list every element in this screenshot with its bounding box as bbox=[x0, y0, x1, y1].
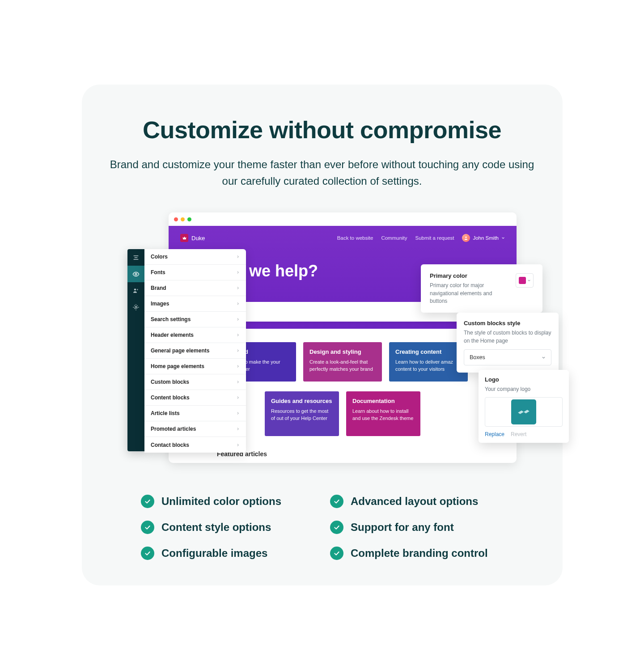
panel-custom-blocks-style: Custom blocks style The style of custom … bbox=[457, 313, 559, 373]
user-menu[interactable]: John Smith bbox=[462, 234, 505, 242]
feature-label: Advanced layout options bbox=[351, 495, 478, 508]
settings-item-article-lists[interactable]: Article lists bbox=[144, 406, 246, 421]
settings-item-brand[interactable]: Brand bbox=[144, 280, 246, 296]
window-minimize-icon[interactable] bbox=[181, 217, 185, 221]
feature-label: Content style options bbox=[161, 521, 271, 534]
settings-item-promoted-articles[interactable]: Promoted articles bbox=[144, 421, 246, 437]
feature-unlimited-colors: Unlimited color options bbox=[141, 495, 314, 508]
feature-label: Complete branding control bbox=[351, 547, 488, 560]
settings-item-content-blocks[interactable]: Content blocks bbox=[144, 390, 246, 406]
svg-point-1 bbox=[135, 273, 137, 275]
settings-item-home-page[interactable]: Home page elements bbox=[144, 359, 246, 374]
block-guides-resources[interactable]: Guides and resources Resources to get th… bbox=[265, 391, 339, 436]
chevron-right-icon bbox=[236, 365, 240, 368]
user-name: John Smith bbox=[473, 235, 499, 241]
logo-actions: Replace Revert bbox=[485, 431, 563, 437]
feature-grid: Unlimited color options Advanced layout … bbox=[141, 495, 503, 560]
settings-item-images[interactable]: Images bbox=[144, 296, 246, 312]
block-title: Design and styling bbox=[309, 348, 376, 355]
nav-back-to-website[interactable]: Back to website bbox=[337, 235, 373, 241]
check-icon bbox=[141, 547, 154, 560]
svg-point-0 bbox=[466, 237, 467, 238]
rail-preview-icon[interactable] bbox=[127, 266, 144, 282]
panel-primary-color: Primary color Primary color for major na… bbox=[421, 264, 542, 312]
settings-label: Home page elements bbox=[151, 363, 204, 369]
chevron-right-icon bbox=[236, 427, 240, 431]
feature-any-font: Support for any font bbox=[330, 521, 503, 534]
rail-roles-icon[interactable] bbox=[127, 282, 144, 299]
logo-preview bbox=[485, 397, 563, 427]
check-icon bbox=[330, 547, 343, 560]
logo-replace-link[interactable]: Replace bbox=[485, 431, 504, 437]
settings-item-contact-blocks[interactable]: Contact blocks bbox=[144, 437, 246, 453]
chevron-right-icon bbox=[236, 286, 240, 290]
rail-settings-icon[interactable] bbox=[127, 299, 144, 315]
settings-label: Custom blocks bbox=[151, 379, 189, 385]
chevron-right-icon bbox=[236, 302, 240, 305]
browser-titlebar bbox=[169, 212, 517, 226]
brand-name: Duke bbox=[191, 235, 205, 242]
nav-community[interactable]: Community bbox=[381, 235, 407, 241]
feature-configurable-images: Configurable images bbox=[141, 547, 314, 560]
block-desc: Learn how to deliver amaz content to you… bbox=[395, 359, 462, 373]
settings-panel: Colors Fonts Brand Images Search setting… bbox=[144, 249, 246, 453]
svg-point-2 bbox=[134, 288, 136, 290]
chevron-right-icon bbox=[236, 349, 240, 352]
settings-label: Colors bbox=[151, 254, 168, 260]
logo-icon bbox=[511, 399, 536, 424]
settings-item-fonts[interactable]: Fonts bbox=[144, 265, 246, 280]
chevron-right-icon bbox=[236, 318, 240, 321]
chevron-down-icon bbox=[542, 356, 546, 360]
panel-desc: Your company logo bbox=[485, 386, 563, 393]
panel-desc: Primary color for major navigational ele… bbox=[430, 282, 509, 305]
settings-item-custom-blocks[interactable]: Custom blocks bbox=[144, 374, 246, 390]
feature-branding-control: Complete branding control bbox=[330, 547, 503, 560]
block-desc: Learn about how to install and use the Z… bbox=[352, 408, 414, 422]
check-icon bbox=[141, 495, 154, 508]
check-icon bbox=[330, 495, 343, 508]
nav-right: Back to website Community Submit a reque… bbox=[337, 234, 505, 242]
block-creating-content[interactable]: Creating content Learn how to deliver am… bbox=[389, 342, 468, 382]
block-title: Creating content bbox=[395, 348, 462, 355]
chevron-right-icon bbox=[236, 271, 240, 274]
panel-label: Primary color bbox=[430, 272, 509, 279]
settings-label: Brand bbox=[151, 285, 166, 291]
settings-item-general-page[interactable]: General page elements bbox=[144, 343, 246, 359]
panel-desc: The style of custom blocks to display on… bbox=[464, 329, 551, 345]
hero-title: Customize without compromise bbox=[109, 116, 536, 144]
color-picker[interactable] bbox=[516, 273, 534, 288]
window-close-icon[interactable] bbox=[174, 217, 178, 221]
block-title: Documentation bbox=[352, 398, 414, 404]
chevron-right-icon bbox=[236, 396, 240, 399]
panel-label: Logo bbox=[485, 376, 563, 383]
svg-point-4 bbox=[135, 306, 137, 308]
rail-sections-icon[interactable] bbox=[127, 249, 144, 266]
panel-label: Custom blocks style bbox=[464, 320, 551, 327]
feature-advanced-layout: Advanced layout options bbox=[330, 495, 503, 508]
block-desc: Create a look-and-feel that perfectly ma… bbox=[309, 359, 376, 373]
chevron-right-icon bbox=[236, 411, 240, 415]
settings-label: Header elements bbox=[151, 332, 194, 338]
brand[interactable]: Duke bbox=[180, 234, 205, 242]
nav-submit-request[interactable]: Submit a request bbox=[415, 235, 454, 241]
feature-label: Support for any font bbox=[351, 521, 454, 534]
avatar bbox=[462, 234, 470, 242]
chevron-right-icon bbox=[236, 333, 240, 337]
settings-item-colors[interactable]: Colors bbox=[144, 249, 246, 265]
chevron-right-icon bbox=[236, 380, 240, 384]
settings-item-search[interactable]: Search settings bbox=[144, 312, 246, 327]
window-maximize-icon[interactable] bbox=[187, 217, 191, 221]
settings-item-header-elements[interactable]: Header elements bbox=[144, 327, 246, 343]
logo-revert-link[interactable]: Revert bbox=[511, 431, 526, 437]
custom-blocks-select[interactable]: Boxes bbox=[464, 349, 551, 365]
hero-subtitle: Brand and customize your theme faster th… bbox=[109, 156, 536, 189]
color-swatch bbox=[519, 277, 526, 284]
chevron-right-icon bbox=[236, 443, 240, 447]
svg-point-3 bbox=[137, 289, 138, 290]
marketing-card: Customize without compromise Brand and c… bbox=[82, 85, 563, 585]
block-documentation[interactable]: Documentation Learn about how to install… bbox=[346, 391, 420, 436]
block-design-styling[interactable]: Design and styling Create a look-and-fee… bbox=[303, 342, 382, 382]
feature-label: Unlimited color options bbox=[161, 495, 281, 508]
check-icon bbox=[330, 521, 343, 534]
chevron-right-icon bbox=[236, 255, 240, 259]
